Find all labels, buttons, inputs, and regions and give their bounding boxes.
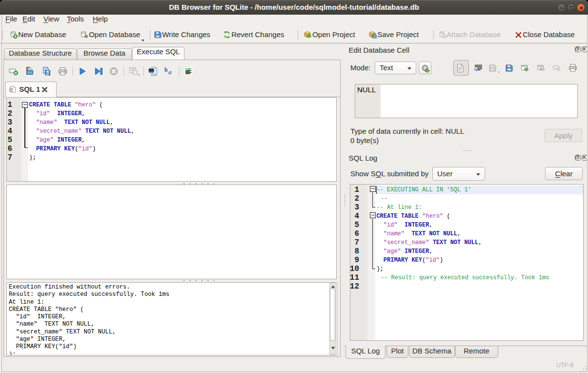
- svg-text:b: b: [164, 67, 168, 73]
- svg-text:a: a: [168, 68, 172, 76]
